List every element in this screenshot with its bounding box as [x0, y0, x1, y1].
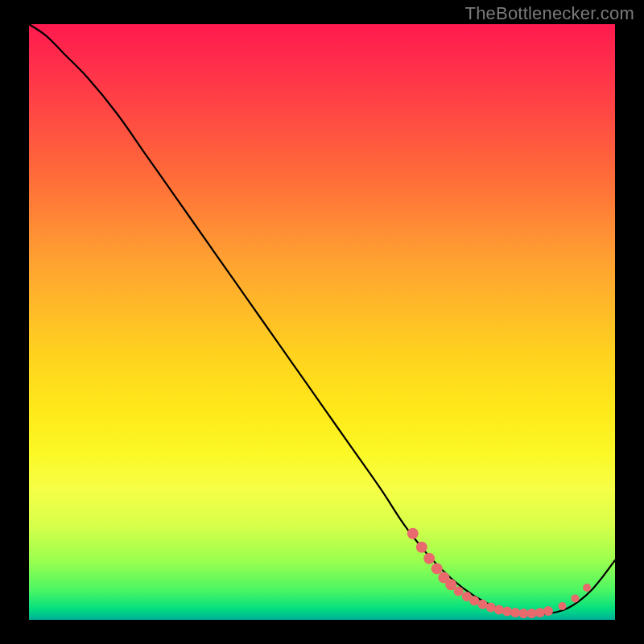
highlight-marker [572, 594, 580, 602]
highlight-marker [478, 600, 488, 609]
highlight-marker [407, 528, 419, 539]
chart-curve [29, 24, 615, 615]
attribution-text: TheBottlenecker.com [465, 3, 634, 24]
highlight-marker [510, 608, 520, 617]
plot-area [29, 24, 615, 620]
highlight-marker [559, 602, 567, 610]
highlight-marker [502, 607, 512, 617]
highlight-marker [535, 608, 545, 617]
highlight-marker [583, 584, 591, 592]
chart-overlay [29, 24, 615, 620]
marker-layer [407, 528, 591, 618]
highlight-marker [494, 605, 504, 614]
highlight-marker [543, 606, 553, 616]
highlight-marker [527, 609, 537, 618]
highlight-marker [416, 542, 427, 553]
highlight-marker [454, 587, 464, 597]
highlight-marker [431, 563, 443, 574]
chart-frame: TheBottlenecker.com [0, 0, 644, 644]
highlight-marker [486, 603, 496, 613]
highlight-marker [469, 596, 479, 605]
highlight-marker [423, 553, 435, 564]
